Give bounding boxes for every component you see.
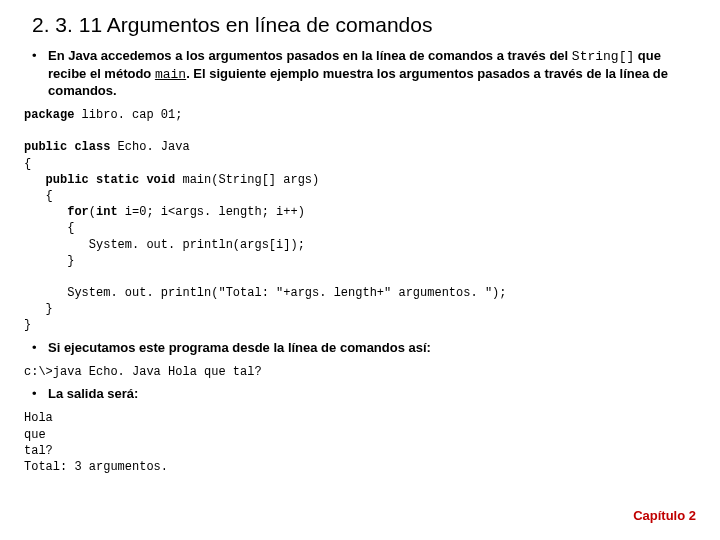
output-block: Hola que tal? Total: 3 argumentos. <box>24 410 696 475</box>
bullet-1-text: En Java accedemos a los argumentos pasad… <box>48 48 696 99</box>
chapter-footer: Capítulo 2 <box>633 508 696 524</box>
bullet-dot: • <box>32 340 48 356</box>
bullet-3: • La salida será: <box>32 386 696 402</box>
code-block: package libro. cap 01; public class Echo… <box>24 107 696 334</box>
bullet-1: • En Java accedemos a los argumentos pas… <box>32 48 696 99</box>
code-inline: main <box>155 67 186 82</box>
bullet-dot: • <box>32 48 48 99</box>
text: En Java accedemos a los argumentos pasad… <box>48 48 572 63</box>
section-title: 2. 3. 11 Argumentos en línea de comandos <box>32 12 696 38</box>
bullet-3-text: La salida será: <box>48 386 696 402</box>
bullet-2: • Si ejecutamos este programa desde la l… <box>32 340 696 356</box>
command-line: c:\>java Echo. Java Hola que tal? <box>24 364 696 380</box>
bullet-dot: • <box>32 386 48 402</box>
code-inline: String[] <box>572 49 634 64</box>
bullet-2-text: Si ejecutamos este programa desde la lín… <box>48 340 696 356</box>
